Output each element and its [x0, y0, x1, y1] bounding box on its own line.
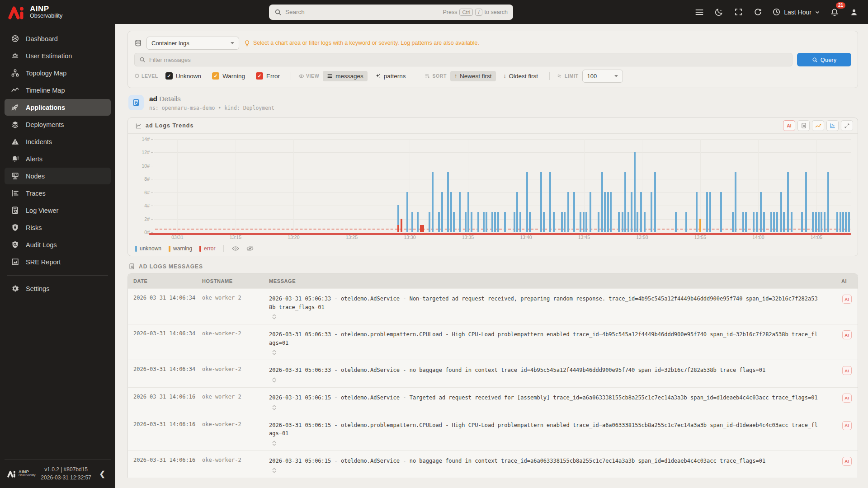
- log-count-bar[interactable]: [529, 212, 531, 232]
- limit-select[interactable]: 100: [582, 70, 623, 83]
- sidebar-item-log-viewer[interactable]: Log Viewer: [5, 202, 111, 219]
- log-count-bar[interactable]: [583, 212, 585, 232]
- row-ai-button[interactable]: AI: [842, 295, 852, 304]
- user-avatar[interactable]: [846, 5, 862, 20]
- sidebar-item-timeline-map[interactable]: Timeline Map: [5, 82, 111, 99]
- chart-scatter-button[interactable]: [826, 120, 839, 131]
- log-count-bar[interactable]: [745, 212, 747, 232]
- log-count-bar[interactable]: [497, 212, 499, 232]
- sidebar-item-traces[interactable]: Traces: [5, 185, 111, 202]
- level-checkbox-error[interactable]: ✓ Error: [256, 72, 280, 80]
- log-count-bar[interactable]: [459, 192, 461, 232]
- table-row[interactable]: 2026-03-31 14:06:34oke-worker-22026-03-3…: [128, 324, 858, 360]
- sort-toggle-oldest[interactable]: ↓ Oldest first: [500, 71, 542, 81]
- sidebar-item-audit-logs[interactable]: Audit Logs: [5, 236, 111, 253]
- log-count-bar[interactable]: [585, 212, 587, 232]
- log-source-select[interactable]: Container logs: [146, 37, 239, 50]
- log-count-bar[interactable]: [776, 212, 778, 232]
- sidebar-item-user-estimation[interactable]: User Estimation: [5, 47, 111, 64]
- log-count-bar[interactable]: [516, 192, 518, 232]
- log-count-bar[interactable]: [441, 192, 443, 232]
- log-count-bar[interactable]: [812, 212, 814, 232]
- log-count-bar[interactable]: [491, 212, 493, 232]
- log-count-bar[interactable]: [827, 172, 829, 232]
- sidebar-item-deployments[interactable]: Deployments: [5, 116, 111, 133]
- log-count-bar[interactable]: [735, 172, 736, 232]
- log-count-bar[interactable]: [549, 172, 551, 232]
- sidebar-collapse-button[interactable]: ❮: [97, 469, 108, 478]
- chart-ai-button[interactable]: AI: [783, 120, 795, 131]
- log-count-bar[interactable]: [773, 212, 775, 232]
- log-count-bar[interactable]: [406, 192, 408, 232]
- log-count-bar[interactable]: [526, 172, 528, 232]
- log-count-bar[interactable]: [598, 212, 599, 232]
- log-count-bar[interactable]: [836, 212, 838, 232]
- log-count-bar[interactable]: [411, 212, 413, 232]
- log-count-bar[interactable]: [422, 225, 424, 232]
- log-count-bar[interactable]: [514, 212, 515, 232]
- chart-log-detail-button[interactable]: [797, 120, 810, 131]
- log-count-bar[interactable]: [540, 172, 542, 232]
- log-count-bar[interactable]: [675, 212, 677, 232]
- log-count-bar[interactable]: [607, 192, 609, 232]
- log-count-bar[interactable]: [742, 212, 744, 232]
- log-count-bar[interactable]: [486, 212, 487, 232]
- log-count-bar[interactable]: [564, 212, 566, 232]
- log-count-bar[interactable]: [848, 212, 850, 232]
- log-count-bar[interactable]: [732, 212, 734, 232]
- time-range-selector[interactable]: Last Hour: [769, 8, 823, 16]
- log-count-bar[interactable]: [483, 212, 485, 232]
- level-checkbox-warning[interactable]: ✓ Warning: [212, 72, 245, 80]
- legend-item-unknown[interactable]: unknown: [135, 245, 161, 252]
- log-count-bar[interactable]: [805, 172, 807, 232]
- query-button[interactable]: Query: [797, 53, 851, 66]
- log-count-bar[interactable]: [845, 212, 847, 232]
- fullscreen-icon[interactable]: [731, 5, 746, 20]
- log-count-bar[interactable]: [610, 192, 612, 232]
- log-count-bar[interactable]: [651, 192, 652, 232]
- log-count-bar[interactable]: [824, 212, 826, 232]
- chart-trend-button[interactable]: [812, 120, 824, 131]
- log-count-bar[interactable]: [791, 212, 793, 232]
- view-toggle-patterns[interactable]: patterns: [371, 71, 410, 81]
- sidebar-item-alerts[interactable]: Alerts: [5, 150, 111, 167]
- log-count-bar[interactable]: [417, 212, 419, 232]
- row-ai-button[interactable]: AI: [842, 421, 852, 430]
- log-count-bar[interactable]: [429, 212, 430, 232]
- log-count-bar[interactable]: [447, 172, 449, 232]
- legend-item-error[interactable]: error: [199, 245, 215, 252]
- expand-row-control[interactable]: [271, 405, 277, 410]
- log-count-bar[interactable]: [467, 192, 469, 232]
- log-count-bar[interactable]: [821, 212, 822, 232]
- log-count-bar[interactable]: [709, 192, 711, 232]
- log-count-bar[interactable]: [696, 192, 698, 232]
- log-count-bar[interactable]: [640, 192, 642, 232]
- log-count-bar[interactable]: [763, 212, 765, 232]
- log-count-bar[interactable]: [815, 212, 817, 232]
- log-count-bar[interactable]: [637, 212, 638, 232]
- log-count-bar[interactable]: [465, 212, 467, 232]
- view-toggle-messages[interactable]: messages: [323, 71, 368, 81]
- log-count-bar[interactable]: [601, 172, 603, 232]
- log-count-bar[interactable]: [420, 225, 422, 232]
- log-count-bar[interactable]: [553, 212, 555, 232]
- expand-row-control[interactable]: [271, 468, 277, 473]
- log-count-bar[interactable]: [753, 212, 755, 232]
- sidebar-item-topology-map[interactable]: Topology Map: [5, 65, 111, 81]
- log-count-bar[interactable]: [720, 192, 722, 232]
- log-count-bar[interactable]: [494, 212, 496, 232]
- log-count-bar[interactable]: [519, 212, 521, 232]
- table-row[interactable]: 2026-03-31 14:06:34oke-worker-22026-03-3…: [128, 360, 858, 387]
- table-row[interactable]: 2026-03-31 14:06:34oke-worker-22026-03-3…: [128, 288, 858, 324]
- log-count-bar[interactable]: [654, 172, 656, 232]
- log-count-bar[interactable]: [624, 172, 626, 232]
- log-count-bar[interactable]: [397, 205, 399, 232]
- table-row[interactable]: 2026-03-31 14:06:16oke-worker-22026-03-3…: [128, 415, 858, 450]
- dark-mode-icon[interactable]: [711, 5, 726, 20]
- log-count-bar[interactable]: [760, 192, 762, 232]
- log-count-bar[interactable]: [787, 172, 789, 232]
- log-count-bar[interactable]: [567, 192, 569, 232]
- expand-row-control[interactable]: [271, 441, 277, 446]
- log-count-bar[interactable]: [685, 212, 687, 232]
- sort-toggle-newest[interactable]: ↑ Newest first: [450, 71, 496, 81]
